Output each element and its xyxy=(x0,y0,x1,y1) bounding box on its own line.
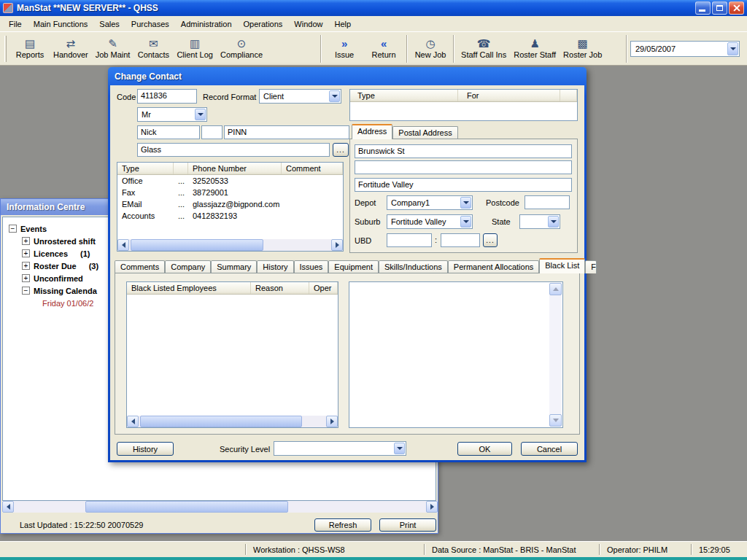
scroll-down-button[interactable] xyxy=(549,414,562,427)
ubd-input-2[interactable] xyxy=(441,233,480,247)
menu-item-operations[interactable]: Operations xyxy=(238,18,289,31)
ok-button[interactable]: OK xyxy=(457,442,512,456)
scroll-left-button[interactable] xyxy=(127,416,139,427)
scrollbar-thumb[interactable] xyxy=(131,239,263,251)
toolbar-button-issue[interactable]: » Issue xyxy=(325,34,364,64)
cell-dots[interactable]: ... xyxy=(174,211,188,220)
tab-company[interactable]: Company xyxy=(165,260,211,273)
suburb-select[interactable]: Fortitude Valley xyxy=(387,214,473,229)
scrollbar-track[interactable] xyxy=(14,501,426,513)
chevron-down-icon[interactable] xyxy=(195,109,206,120)
toolbar-button-handover[interactable]: ⇄ Handover xyxy=(50,34,92,64)
phone-row-fax[interactable]: Fax ... 38729001 xyxy=(117,187,343,198)
expand-icon[interactable]: + xyxy=(22,249,30,257)
chevron-down-icon[interactable] xyxy=(329,90,340,102)
code-input[interactable]: 411836 xyxy=(137,89,197,104)
menu-item-administration[interactable]: Administration xyxy=(175,18,238,31)
company-input[interactable]: Glass xyxy=(137,143,330,157)
first-name-input[interactable]: Nick xyxy=(137,125,200,139)
scroll-right-button[interactable] xyxy=(426,501,438,513)
phone-row-accounts[interactable]: Accounts ... 0412832193 xyxy=(117,210,343,222)
menu-item-main-functions[interactable]: Main Functions xyxy=(28,18,94,31)
column-header-comment[interactable]: Comment xyxy=(282,163,343,174)
menu-item-purchases[interactable]: Purchases xyxy=(125,18,175,31)
toolbar-button-client-log[interactable]: ▥ Client Log xyxy=(173,34,217,64)
ubd-input-1[interactable] xyxy=(387,233,432,247)
tab-equipment[interactable]: Equipment xyxy=(328,260,379,273)
scrollbar-track[interactable] xyxy=(139,416,326,427)
phone-row-office[interactable]: Office ... 32520533 xyxy=(117,175,343,187)
expand-icon[interactable]: + xyxy=(22,237,30,245)
toolbar-button-job-maint[interactable]: ✎ Job Maint xyxy=(92,34,134,64)
column-header-type[interactable]: Type xyxy=(117,163,174,174)
toolbar-button-roster-job[interactable]: ▩ Roster Job xyxy=(560,34,605,64)
company-lookup-button[interactable]: ... xyxy=(333,143,349,157)
scroll-up-button[interactable] xyxy=(549,283,562,295)
chevron-down-icon[interactable] xyxy=(727,42,738,55)
tab-issues[interactable]: Issues xyxy=(294,260,329,273)
tab-address[interactable]: Address xyxy=(352,124,392,139)
address-line1-input[interactable]: Brunswick St xyxy=(355,144,572,158)
address-line3-input[interactable]: Fortitude Valley xyxy=(355,178,572,192)
postcode-input[interactable] xyxy=(525,195,570,209)
column-header-black-listed-employees[interactable]: Black Listed Employees xyxy=(127,282,251,294)
history-button[interactable]: History xyxy=(117,442,174,456)
dialog-titlebar[interactable]: Change Contact xyxy=(110,67,584,85)
column-header-type[interactable]: Type xyxy=(350,90,458,101)
toolbar-button-staff-call-ins[interactable]: ☎ Staff Call Ins xyxy=(457,34,510,64)
print-button[interactable]: Print xyxy=(379,518,436,532)
toolbar-grip[interactable] xyxy=(4,36,7,62)
notes-vscrollbar[interactable] xyxy=(549,283,562,427)
address-line2-input[interactable] xyxy=(355,160,572,174)
ubd-lookup-button[interactable]: ... xyxy=(483,233,498,247)
chevron-down-icon[interactable] xyxy=(460,216,471,228)
tab-history[interactable]: History xyxy=(257,260,293,273)
blacklist-hscrollbar[interactable] xyxy=(127,416,338,427)
scroll-right-button[interactable] xyxy=(326,416,338,427)
expand-icon[interactable]: + xyxy=(22,262,30,270)
menu-item-help[interactable]: Help xyxy=(328,18,357,31)
menu-item-window[interactable]: Window xyxy=(288,18,328,31)
salutation-select[interactable]: Mr xyxy=(137,107,207,122)
column-header-for[interactable]: For xyxy=(458,90,560,101)
scroll-right-button[interactable] xyxy=(331,239,343,251)
menu-item-sales[interactable]: Sales xyxy=(93,18,125,31)
maximize-button[interactable] xyxy=(712,1,727,15)
scrollbar-thumb[interactable] xyxy=(85,501,288,513)
middle-name-input[interactable] xyxy=(201,125,222,139)
scrollbar-thumb[interactable] xyxy=(140,416,302,427)
close-button[interactable] xyxy=(729,1,744,15)
surname-input[interactable]: PINN xyxy=(224,125,349,139)
security-level-select[interactable] xyxy=(274,441,406,456)
cell-dots[interactable]: ... xyxy=(174,176,188,185)
info-centre-hscrollbar[interactable] xyxy=(2,501,438,513)
collapse-icon[interactable]: − xyxy=(9,225,17,233)
menu-item-file[interactable]: File xyxy=(3,18,28,31)
cell-dots[interactable]: ... xyxy=(174,188,188,197)
chevron-down-icon[interactable] xyxy=(460,197,471,209)
scroll-left-button[interactable] xyxy=(2,501,14,513)
tab-black-list[interactable]: Black List xyxy=(539,258,585,273)
record-format-select[interactable]: Client xyxy=(259,89,341,104)
refresh-button[interactable]: Refresh xyxy=(314,518,371,532)
tab-comments[interactable]: Comments xyxy=(115,260,165,273)
tab-postal-address[interactable]: Postal Address xyxy=(392,126,457,139)
scrollbar-track[interactable] xyxy=(549,295,562,414)
tab-permanent-allocations[interactable]: Permanent Allocations xyxy=(448,260,539,273)
phone-list-hscrollbar[interactable] xyxy=(117,239,343,251)
collapse-icon[interactable]: − xyxy=(22,287,30,295)
column-header-operator[interactable]: Oper xyxy=(309,282,338,294)
phone-row-email[interactable]: EMail ... glassjazz@bigpond.com xyxy=(117,198,343,210)
column-header-reason[interactable]: Reason xyxy=(251,282,309,294)
tab-partial[interactable]: F xyxy=(585,260,597,273)
minimize-button[interactable] xyxy=(695,1,711,15)
column-header-phone-number[interactable]: Phone Number xyxy=(188,163,282,174)
toolbar-button-new-job[interactable]: ◷ New Job xyxy=(411,34,450,64)
state-select[interactable] xyxy=(519,214,560,229)
tab-skills-inductions[interactable]: Skills/Inductions xyxy=(379,260,448,273)
toolbar-button-compliance[interactable]: ⊙ Compliance xyxy=(217,34,266,64)
tab-summary[interactable]: Summary xyxy=(211,260,257,273)
scrollbar-track[interactable] xyxy=(129,239,331,251)
toolbar-button-contacts[interactable]: ✉ Contacts xyxy=(133,34,173,64)
date-picker[interactable]: 29/05/2007 xyxy=(630,41,740,57)
